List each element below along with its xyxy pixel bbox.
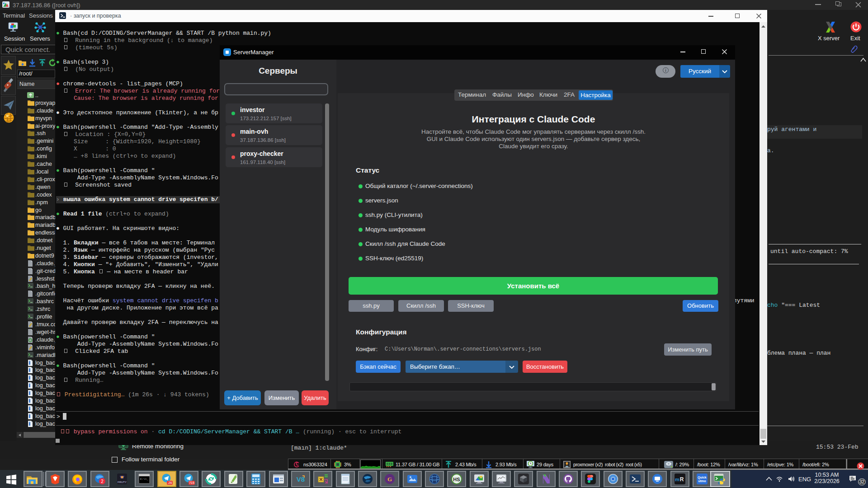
svg-text:utmo: utmo (698, 479, 706, 483)
svg-text:m: m (675, 477, 679, 482)
svg-text:V8: V8 (297, 475, 305, 483)
svg-text:2: 2 (101, 479, 104, 484)
svg-text:.26: .26 (168, 481, 172, 484)
svg-text:HS: HS (453, 477, 460, 482)
svg-text:FRUTY: FRUTY (118, 481, 127, 483)
svg-text:G: G (387, 476, 392, 483)
svg-text:R: R (680, 476, 684, 483)
svg-text:Quick: Quick (698, 476, 707, 479)
svg-text:C:\>_: C:\>_ (140, 478, 148, 481)
svg-text:715: 715 (189, 481, 194, 484)
